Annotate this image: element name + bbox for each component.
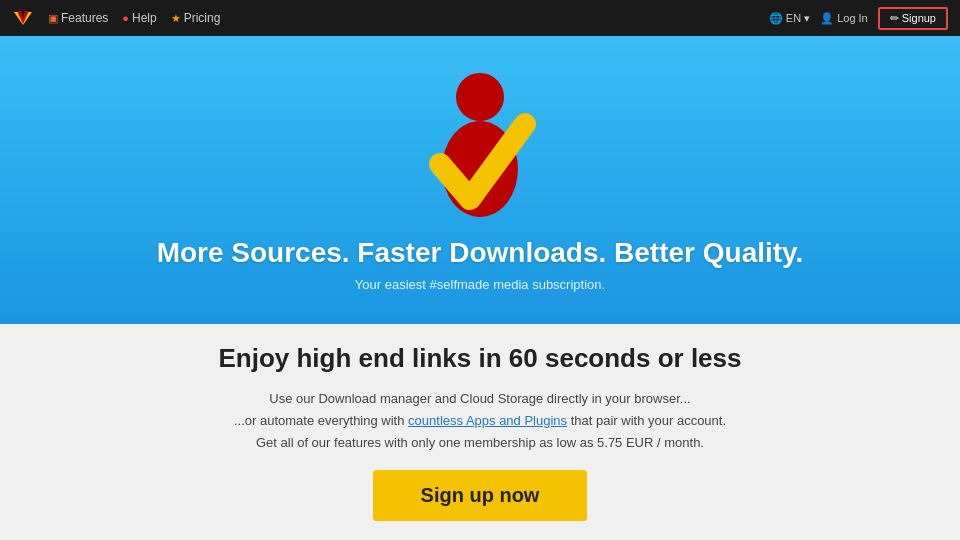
main-line2-suffix: that pair with your account. xyxy=(567,413,726,428)
main-section: Enjoy high end links in 60 seconds or le… xyxy=(0,324,960,540)
globe-icon: 🌐 xyxy=(769,12,783,25)
login-label: Log In xyxy=(837,12,868,24)
pencil-icon: ✏ xyxy=(890,12,899,25)
hero-subtitle: Your easiest #selfmade media subscriptio… xyxy=(355,277,605,292)
pricing-label: Pricing xyxy=(184,11,221,25)
main-line3: Get all of our features with only one me… xyxy=(256,435,704,450)
hero-title: More Sources. Faster Downloads. Better Q… xyxy=(157,237,804,269)
main-description: Use our Download manager and Cloud Stora… xyxy=(234,388,726,454)
chevron-down-icon: ▾ xyxy=(804,12,810,25)
nav-help[interactable]: ● Help xyxy=(122,11,156,25)
logo[interactable] xyxy=(12,7,34,29)
login-button[interactable]: 👤 Log In xyxy=(820,12,868,25)
help-icon: ● xyxy=(122,12,129,24)
pricing-icon: ★ xyxy=(171,12,181,25)
main-line2-prefix: ...or automate everything with xyxy=(234,413,408,428)
signup-nav-button[interactable]: ✏ Signup xyxy=(878,7,948,30)
signup-nav-label: Signup xyxy=(902,12,936,24)
help-label: Help xyxy=(132,11,157,25)
apps-plugins-link[interactable]: countless Apps and Plugins xyxy=(408,413,567,428)
features-label: Features xyxy=(61,11,108,25)
signup-button[interactable]: Sign up now xyxy=(373,470,588,521)
features-icon: ▣ xyxy=(48,12,58,25)
language-selector[interactable]: 🌐 EN ▾ xyxy=(769,12,810,25)
main-line1: Use our Download manager and Cloud Stora… xyxy=(269,391,690,406)
svg-point-2 xyxy=(456,73,504,121)
nav-features[interactable]: ▣ Features xyxy=(48,11,108,25)
nav-items: ▣ Features ● Help ★ Pricing xyxy=(48,11,769,25)
user-icon: 👤 xyxy=(820,12,834,25)
nav-right: 🌐 EN ▾ 👤 Log In ✏ Signup xyxy=(769,7,948,30)
main-title: Enjoy high end links in 60 seconds or le… xyxy=(218,343,741,374)
navbar: ▣ Features ● Help ★ Pricing 🌐 EN ▾ 👤 Log… xyxy=(0,0,960,36)
nav-pricing[interactable]: ★ Pricing xyxy=(171,11,221,25)
hero-logo xyxy=(420,69,540,219)
hero-section: More Sources. Faster Downloads. Better Q… xyxy=(0,36,960,324)
lang-label: EN xyxy=(786,12,801,24)
